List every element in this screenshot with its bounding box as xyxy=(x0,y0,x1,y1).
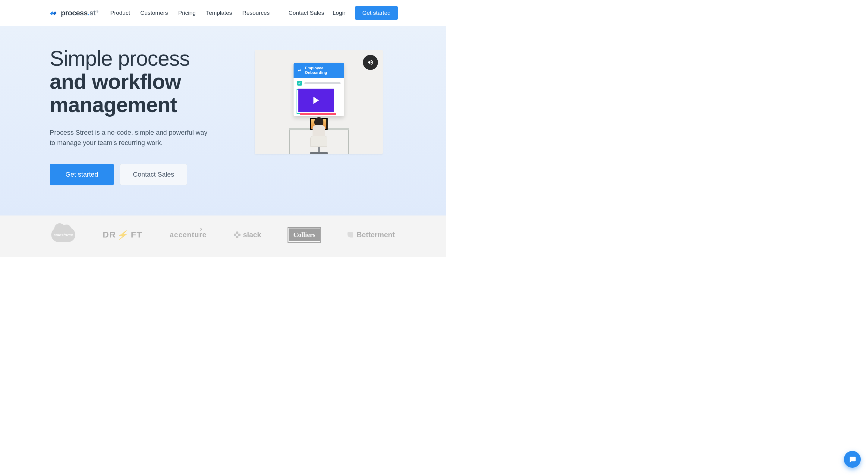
primary-nav-links: Product Customers Pricing Templates Reso… xyxy=(110,10,288,16)
hero-headline-line2: and workflow xyxy=(50,70,181,93)
logo-colliers: Colliers xyxy=(288,228,320,242)
nav-login[interactable]: Login xyxy=(333,10,347,16)
nav-contact-sales[interactable]: Contact Sales xyxy=(288,10,324,16)
hero-headline: Simple process and workflow management xyxy=(50,47,237,117)
hero-headline-line3: management xyxy=(50,93,177,117)
nav-link-templates[interactable]: Templates xyxy=(206,10,232,16)
nav-link-product[interactable]: Product xyxy=(110,10,130,16)
brand-mark-small-icon xyxy=(297,68,302,73)
video-checklist-card: Employee Onboarding xyxy=(293,63,344,116)
hero-subhead: Process Street is a no-code, simple and … xyxy=(50,127,213,148)
brand-wordmark: process.st® xyxy=(61,9,98,17)
volume-icon xyxy=(367,59,374,66)
card-title: Employee Onboarding xyxy=(305,66,327,75)
placeholder-line xyxy=(304,82,341,84)
brand-mark-icon xyxy=(49,8,58,18)
hero-get-started-button[interactable]: Get started xyxy=(50,164,114,185)
play-icon xyxy=(313,97,319,104)
audio-toggle-button[interactable] xyxy=(363,55,378,70)
hero-video-preview[interactable]: Employee Onboarding xyxy=(255,50,383,154)
nav-right: Contact Sales Login Get started xyxy=(288,6,398,20)
checked-task-icon xyxy=(297,81,302,86)
hero-copy: Simple process and workflow management P… xyxy=(50,47,237,185)
play-video-tile[interactable] xyxy=(299,89,334,112)
hero-ctas: Get started Contact Sales xyxy=(50,164,237,185)
logo-drift: DR⚡FT xyxy=(103,230,143,240)
logo-slack: slack xyxy=(234,230,261,239)
nav-get-started-button[interactable]: Get started xyxy=(355,6,398,20)
hero-headline-line1: Simple process xyxy=(50,47,190,70)
customer-logos-band: salesforce DR⚡FT accenture slack Collier… xyxy=(0,216,446,257)
hero-contact-sales-button[interactable]: Contact Sales xyxy=(120,164,187,185)
top-nav: process.st® Product Customers Pricing Te… xyxy=(0,0,446,26)
illustration-desk xyxy=(289,128,349,154)
logo-salesforce: salesforce xyxy=(51,227,75,242)
hero-section: Simple process and workflow management P… xyxy=(0,26,446,216)
nav-link-resources[interactable]: Resources xyxy=(242,10,270,16)
card-header: Employee Onboarding xyxy=(293,63,344,78)
slack-icon xyxy=(234,231,241,238)
illustration-person xyxy=(308,117,330,154)
logo-accenture: accenture xyxy=(170,230,207,239)
logo-betterment: Betterment xyxy=(347,230,395,239)
card-body xyxy=(293,78,344,116)
nav-link-customers[interactable]: Customers xyxy=(140,10,168,16)
brand-logo[interactable]: process.st® xyxy=(49,8,98,18)
nav-link-pricing[interactable]: Pricing xyxy=(178,10,195,16)
